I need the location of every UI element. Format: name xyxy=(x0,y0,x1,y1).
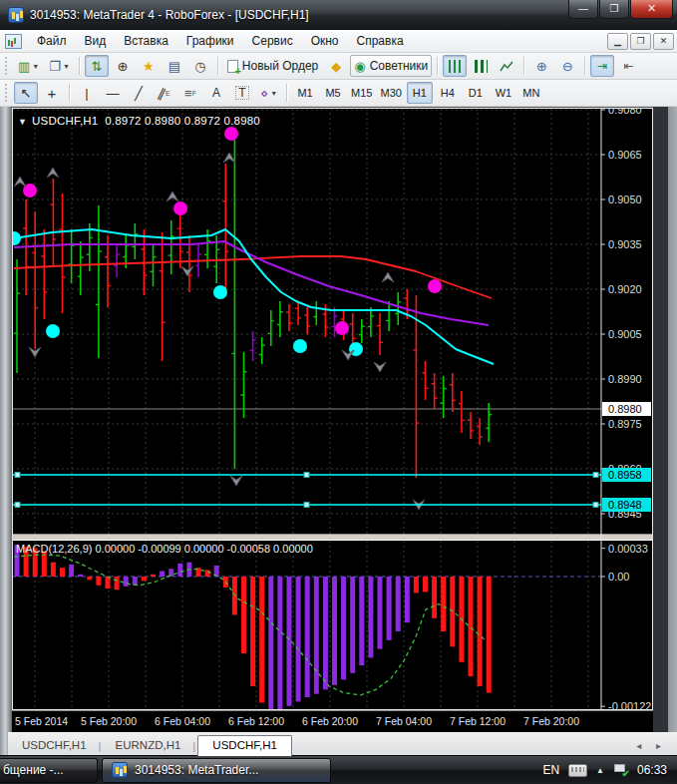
line-chart-button[interactable] xyxy=(495,55,518,77)
axis-price-label: 0.8980 xyxy=(608,403,642,415)
menu-item-окно[interactable]: Окно xyxy=(302,31,348,51)
macd-histogram-bar xyxy=(241,577,246,653)
mdi-restore-button[interactable]: ❐ xyxy=(630,33,651,50)
level-handle[interactable] xyxy=(593,503,598,508)
zoom-out-button[interactable]: ⊖ xyxy=(555,55,579,77)
chart-tab-1[interactable]: EURNZD,H1 xyxy=(104,736,193,755)
timeframe-button-mn[interactable]: MN xyxy=(518,82,544,104)
horizontal-line-button[interactable]: — xyxy=(101,82,125,104)
favorites-button[interactable]: ★ xyxy=(137,55,161,77)
minimize-button[interactable]: — xyxy=(568,0,598,19)
market-watch-button[interactable]: ▤ xyxy=(163,55,186,77)
toolbar-separator xyxy=(217,57,218,75)
notifications-button[interactable]: ◆ xyxy=(324,55,348,77)
crosshair-mode-button[interactable]: ⊕ xyxy=(111,55,135,77)
taskbar-metatrader-label: 3014953: MetaTrader... xyxy=(135,763,258,777)
macd-histogram-bar xyxy=(96,577,101,586)
bar-chart-icon xyxy=(449,60,462,73)
tab-scroll-arrows[interactable]: ◂ ▸ xyxy=(636,740,677,751)
text-button[interactable]: A xyxy=(204,82,228,104)
axis-price-label: 0.9005 xyxy=(608,328,642,340)
profiles-button[interactable]: ❐▼ xyxy=(45,55,74,77)
channel-button[interactable]: ∥E xyxy=(153,82,176,104)
keyboard-icon[interactable] xyxy=(568,764,587,777)
mdi-close-button[interactable]: ✕ xyxy=(653,33,674,50)
timeframe-button-h4[interactable]: H4 xyxy=(435,82,461,104)
maximize-button[interactable]: ❐ xyxy=(599,0,629,19)
level-handle[interactable] xyxy=(15,473,20,478)
menu-item-сервис[interactable]: Сервис xyxy=(243,31,302,51)
menu-item-справка[interactable]: Справка xyxy=(348,31,413,51)
arrows-button[interactable]: ⋄▼ xyxy=(256,82,281,104)
text-icon: A xyxy=(212,87,220,99)
auto-scroll-button[interactable]: ⇥ xyxy=(590,55,614,77)
window-right-edge xyxy=(653,107,677,755)
macd-histogram-bar xyxy=(414,577,419,593)
crosshair-button[interactable]: + xyxy=(40,82,64,104)
advisors-label: Советники xyxy=(370,59,429,73)
panel-separator[interactable] xyxy=(12,534,653,541)
menu-item-графики[interactable]: Графики xyxy=(177,31,243,51)
close-button[interactable]: ✕ xyxy=(630,0,673,19)
level-handle[interactable] xyxy=(15,503,20,508)
new-chart-icon: ▥ xyxy=(18,60,30,73)
chart-ohlc-values: 0.8972 0.8980 0.8972 0.8980 xyxy=(105,115,260,127)
expert-advisors-button[interactable]: ◉ Советники xyxy=(350,55,432,77)
menu-item-файл[interactable]: Файл xyxy=(28,31,76,51)
timeframe-button-m15[interactable]: M15 xyxy=(348,82,375,104)
cursor-button[interactable]: ↖ xyxy=(14,82,38,104)
mdi-minimize-button[interactable]: ▁ xyxy=(607,33,628,50)
new-chart-button[interactable]: ▥▼ xyxy=(14,55,43,77)
chart-workspace: 0.90800.90650.90500.90350.90200.90050.89… xyxy=(0,107,677,755)
level-handle[interactable] xyxy=(304,473,309,478)
text-label-button[interactable]: T xyxy=(230,82,254,104)
level-handle[interactable] xyxy=(304,503,309,508)
horizontal-line-icon: — xyxy=(107,87,120,100)
strategy-tester-button[interactable]: ◷ xyxy=(188,55,212,77)
timeframe-button-d1[interactable]: D1 xyxy=(463,82,489,104)
axis-price-label: 0.00033 xyxy=(608,543,648,555)
trendline-button[interactable]: ╱ xyxy=(127,82,151,104)
chart-tabs-row: USDCHF,H1|EURNZD,H1|USDCHF,H1◂ ▸ xyxy=(8,732,677,755)
taskbar-metatrader-button[interactable]: 3014953: MetaTrader... xyxy=(102,758,331,783)
new-order-button[interactable]: Новый Ордер xyxy=(223,55,322,77)
axis-price-label: 0.9020 xyxy=(608,283,642,295)
macd-histogram-bar xyxy=(314,577,319,694)
chart-shift-icon: ⇤ xyxy=(623,60,633,72)
timeframe-button-h1[interactable]: H1 xyxy=(407,82,433,104)
fibonacci-button[interactable]: ≡F xyxy=(178,82,202,104)
advisor-icon: ◉ xyxy=(354,60,365,73)
chart-shift-button[interactable]: ⇤ xyxy=(616,55,640,77)
chart-tab-2[interactable]: USDCHF,H1 xyxy=(197,735,292,756)
timeframe-button-m5[interactable]: M5 xyxy=(320,82,346,104)
language-indicator[interactable]: EN xyxy=(542,763,559,777)
taskbar-message-button[interactable]: бщение -... xyxy=(0,758,98,783)
menu-item-вид[interactable]: Вид xyxy=(76,31,116,51)
timeframe-button-m30[interactable]: M30 xyxy=(377,82,404,104)
vertical-line-button[interactable]: | xyxy=(75,82,99,104)
title-bar: 3014953: MetaTrader 4 - RoboForex - [USD… xyxy=(0,0,677,30)
tick-chart-button[interactable]: ⇅ xyxy=(85,55,109,77)
network-status-icon[interactable]: ✔ xyxy=(613,764,628,776)
price-macd-chart[interactable]: 0.90800.90650.90500.90350.90200.90050.89… xyxy=(12,108,653,710)
zoom-in-button[interactable]: ⊕ xyxy=(529,55,553,77)
star-icon: ★ xyxy=(143,60,155,73)
time-axis-label: 7 Feb 04:00 xyxy=(376,715,432,727)
level-handle[interactable] xyxy=(593,473,598,478)
clock: 06:33 xyxy=(637,763,667,777)
tray-expand-icon[interactable]: ▲ xyxy=(596,766,604,775)
time-axis-label: 7 Feb 20:00 xyxy=(523,715,579,727)
macd-histogram-bar xyxy=(205,570,210,577)
axis-price-label: -0.00122 xyxy=(608,700,651,710)
axis-price-label: 0.9080 xyxy=(608,108,642,116)
time-axis[interactable]: 5 Feb 20145 Feb 20:006 Feb 04:006 Feb 12… xyxy=(12,710,653,732)
axis-price-label: 0.9065 xyxy=(608,149,642,161)
timeframe-button-w1[interactable]: W1 xyxy=(491,82,516,104)
menu-item-вставка[interactable]: Вставка xyxy=(115,31,177,51)
timeframe-button-m1[interactable]: M1 xyxy=(292,82,318,104)
chart-dropdown-icon[interactable]: ▼ xyxy=(18,117,27,127)
bar-chart-button[interactable] xyxy=(443,55,467,77)
chart-tab-0[interactable]: USDCHF,H1 xyxy=(10,736,99,755)
candlestick-chart-button[interactable] xyxy=(469,55,493,77)
macd-label: MACD(12,26,9) xyxy=(16,543,92,555)
